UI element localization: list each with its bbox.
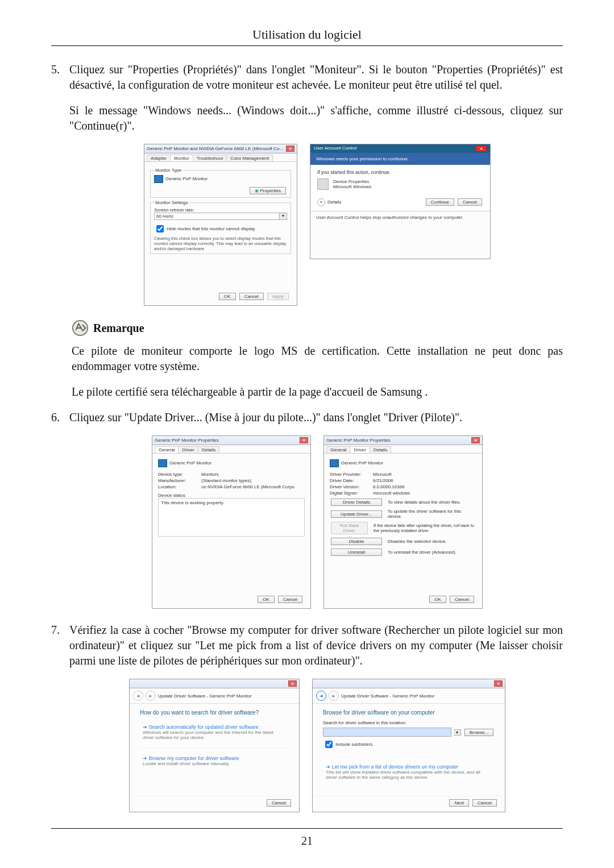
device-status-label: Device status (158, 493, 305, 498)
figure-row-1: Generic PnP Monitor and NVIDIA GeForce 6… (72, 144, 563, 306)
uac-dialog: User Account Control × Windows needs you… (310, 144, 491, 259)
close-icon[interactable]: × (288, 680, 297, 687)
hide-modes-checkbox[interactable] (156, 225, 164, 232)
option-browse-computer[interactable]: ➔ Browse my computer for driver software… (140, 751, 289, 770)
cancel-button[interactable]: Cancel (472, 799, 497, 807)
tab-details[interactable]: Details (198, 446, 219, 453)
manufacturer-value: (Standard monitor types) (201, 478, 251, 483)
apply-button[interactable]: Apply (267, 293, 289, 300)
monitor-icon (330, 459, 339, 467)
device-name: Generic PnP Monitor (341, 460, 383, 466)
digital-signer-value: microsoft windows (373, 491, 410, 496)
driver-version-value: 6.0.6000.16386 (373, 484, 405, 489)
properties-button[interactable]: ◉ Properties (250, 187, 286, 194)
option-desc: Windows will search your computer and th… (143, 730, 286, 740)
uninstall-desc: To uninstall the driver (Advanced). (388, 550, 457, 555)
ok-button[interactable]: OK (429, 596, 446, 603)
monitor-properties-dialog: Generic PnP Monitor and NVIDIA GeForce 6… (144, 144, 297, 306)
search-location-label: Search for driver software in this locat… (323, 720, 495, 725)
close-icon[interactable]: × (494, 680, 503, 687)
tab-troubleshoot[interactable]: Troubleshoot (193, 155, 227, 161)
close-icon[interactable]: × (471, 437, 480, 443)
properties-general-dialog: Generic PnP Monitor Properties × General… (152, 435, 311, 609)
driver-provider-label: Driver Provider: (330, 472, 370, 477)
monitor-icon (154, 175, 163, 183)
close-icon[interactable]: × (286, 146, 294, 152)
manufacturer-label: Manufacturer: (158, 478, 198, 483)
rollback-driver-button[interactable]: Roll Back Driver (331, 522, 368, 534)
instruction-step-6: 6. Cliquez sur "Update Driver... (Mise à… (51, 410, 563, 425)
digital-signer-label: Digital Signer: (330, 491, 370, 496)
back-icon[interactable]: ◄ (316, 691, 326, 701)
wizard-heading: Browse for driver software on your compu… (323, 709, 495, 716)
close-icon[interactable]: × (476, 146, 487, 152)
page-number: 21 (51, 834, 563, 848)
remarque-heading: Remarque (72, 319, 563, 337)
tab-driver[interactable]: Driver (178, 446, 198, 453)
uac-item-title: Device Properties (333, 179, 371, 184)
step-number: 6. (51, 410, 69, 425)
disable-desc: Disables the selected device. (388, 539, 447, 544)
path-input[interactable] (323, 728, 451, 737)
ok-button[interactable]: OK (219, 293, 236, 300)
chevron-down-icon[interactable]: ▾ (454, 729, 461, 736)
update-driver-desc: To update the driver software for this d… (388, 509, 476, 519)
cancel-button[interactable]: Cancel (450, 596, 474, 603)
step-6-text: Cliquez sur "Update Driver... (Mise à jo… (69, 410, 563, 425)
disable-button[interactable]: Disable (331, 538, 382, 545)
refresh-rate-select[interactable]: 60 Hertz ▾ (154, 213, 287, 220)
tab-details[interactable]: Details (370, 446, 391, 453)
option-desc: Locate and install driver software manua… (143, 761, 286, 766)
details-link[interactable]: Details (327, 200, 341, 205)
tab-general[interactable]: General (155, 446, 179, 453)
chevron-down-icon[interactable]: ▾ (280, 213, 287, 220)
uninstall-button[interactable]: Uninstall (331, 549, 382, 556)
cancel-button[interactable]: Cancel (458, 198, 482, 206)
cancel-button[interactable]: Cancel (267, 799, 291, 807)
dialog-title: Generic PnP Monitor and NVIDIA GeForce 6… (147, 146, 283, 151)
back-icon[interactable]: ◄ (133, 691, 143, 701)
option-pick-from-list[interactable]: ➔ Let me pick from a list of device driv… (323, 760, 495, 784)
instruction-step-7: 7. Vérifiez la case à cocher "Browse my … (51, 622, 563, 668)
next-button[interactable]: Next (449, 799, 468, 807)
driver-details-button[interactable]: Driver Details (331, 499, 382, 506)
cancel-button[interactable]: Cancel (278, 596, 302, 603)
rollback-driver-desc: If the device fails after updating the d… (374, 523, 476, 533)
step-5-text-2: Si le message "Windows needs... (Windows… (69, 103, 563, 134)
browse-button[interactable]: Browse... (464, 729, 493, 736)
wizard-heading: How do you want to search for driver sof… (140, 709, 289, 716)
search-driver-wizard: × ◄ ► Update Driver Software - Generic P… (129, 679, 300, 812)
expand-icon[interactable]: ▾ (317, 198, 325, 206)
tab-general[interactable]: General (326, 446, 350, 453)
tab-driver[interactable]: Driver (350, 446, 370, 453)
tab-monitor[interactable]: Monitor (170, 155, 193, 161)
include-subfolders-checkbox[interactable] (325, 741, 333, 748)
figure-row-3: × ◄ ► Update Driver Software - Generic P… (72, 679, 563, 812)
refresh-rate-value: 60 Hertz (154, 213, 280, 220)
option-search-automatically[interactable]: ➔ Search automatically for updated drive… (140, 720, 289, 744)
step-number: 5. (51, 62, 69, 77)
instruction-step-5: 5. Cliquez sur "Properties (Propriétés)"… (51, 62, 563, 134)
cancel-button[interactable]: Cancel (239, 293, 264, 300)
note-icon (72, 319, 89, 337)
tab-adapter[interactable]: Adapter (147, 155, 171, 161)
footer-rule (51, 828, 563, 829)
forward-icon: ► (329, 691, 339, 701)
properties-driver-dialog: Generic PnP Monitor Properties × General… (323, 435, 483, 609)
monitor-type-legend: Monitor Type (154, 168, 182, 173)
step-number: 7. (51, 622, 69, 638)
device-type-label: Device type: (158, 472, 198, 477)
hide-modes-note: Clearing this check box allows you to se… (154, 236, 287, 251)
device-icon (317, 178, 329, 190)
tab-color-management[interactable]: Color Management (226, 155, 273, 161)
include-subfolders-label: Include subfolders (335, 742, 372, 747)
location-label: Location: (158, 484, 198, 489)
ok-button[interactable]: OK (258, 596, 275, 603)
close-icon[interactable]: × (300, 437, 308, 443)
uac-started-text: If you started this action, continue. (317, 169, 483, 175)
update-driver-button[interactable]: Update Driver... (331, 510, 382, 518)
device-name: Generic PnP Monitor (169, 460, 211, 466)
remarque-text-1: Ce pilote de moniteur comporte le logo M… (72, 343, 563, 374)
continue-button[interactable]: Continue (426, 198, 454, 206)
breadcrumb: Update Driver Software - Generic PnP Mon… (158, 693, 251, 699)
